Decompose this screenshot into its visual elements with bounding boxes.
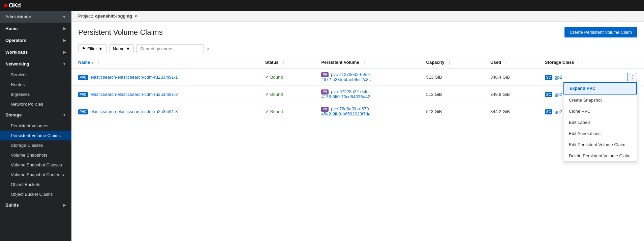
pv-link[interactable]: pvc-c1273ed2-69e2-4672-a235-bfaeb9cc2c8c [321,72,371,82]
name-chevron-icon: ▼ [126,46,130,51]
pv-badge: PV [321,89,328,95]
name-label: Name [113,46,125,51]
sidebar-item-ingresses[interactable]: Ingresses [0,89,71,99]
create-pvc-button[interactable]: Create Persistent Volume Claim [564,27,637,37]
pvc-badge: PVC [78,92,88,97]
context-menu-item-edit-labels[interactable]: Edit Labels [563,117,637,128]
name-dropdown-button[interactable]: Name ▼ [109,44,134,53]
context-menu-item-edit-annotations[interactable]: Edit Annotations [563,128,637,139]
sidebar-item-operators[interactable]: Operators ▶ [0,34,71,46]
sc-badge: SC [545,109,552,114]
sidebar-item-object-buckets[interactable]: Object Buckets [0,180,71,189]
status-check-icon: ✔ [265,92,269,97]
context-menu-item-clone-pvc[interactable]: Clone PVC [563,106,637,117]
sidebar-item-volume-snapshots[interactable]: Volume Snapshots [0,150,71,160]
col-separator-sc: ⋮ [577,60,581,65]
sidebar: Administrator ▼ Home ▶ Operators ▶ Workl… [0,11,71,241]
col-separator-capacity: ⋮ [447,60,452,65]
context-menu-item-delete-pvc[interactable]: Delete Persistent Volume Claim [563,150,637,161]
sidebar-item-volume-snapshot-classes[interactable]: Volume Snapshot Classes [0,160,71,170]
pvc-name-link[interactable]: elasticsearch-elasticsearch-cdm-ru2u3m91… [90,75,178,80]
pvc-table: Name ↑ ⋮ Status ⋮ Persistent Volum [71,56,644,120]
context-menu-item-create-snapshot[interactable]: Create Snapshot [563,95,637,106]
main-content: Project: openshift-logging ▼ Persistent … [71,11,644,241]
pv-badge: PV [321,107,328,112]
cell-name: PVC elasticsearch-elasticsearch-cdm-ru2u… [71,86,258,103]
sc-link[interactable]: gp2 [555,92,562,97]
sc-link[interactable]: gp2 [555,109,562,114]
admin-label: Administrator [5,14,31,19]
cell-name: PVC elasticsearch-elasticsearch-cdm-ru2u… [71,69,258,86]
sidebar-item-networking[interactable]: Networking ▼ [0,58,71,70]
sort-icon-name: ↑ [91,60,93,64]
page-header: Persistent Volume Claims Create Persiste… [71,22,644,42]
admin-selector[interactable]: Administrator ▼ [0,11,71,23]
cell-status: ✔ Bound [258,103,315,120]
col-header-used[interactable]: Used ⋮ [484,56,538,69]
col-pv-label: Persistent Volume [321,60,359,65]
admin-chevron: ▼ [62,15,66,19]
col-status-label: Status [265,60,279,65]
context-menu-item-edit-pvc[interactable]: Edit Persistent Volume Claim [563,139,637,150]
row-actions-button[interactable]: ⋮ [627,73,637,81]
sc-link[interactable]: gp2 [555,75,562,80]
sidebar-group-storage: Storage ▼ Persistent Volumes Persistent … [0,109,71,199]
cell-used: 344.2 GiB [484,103,538,120]
col-header-persistent-volume[interactable]: Persistent Volume ⋮ [314,56,419,69]
sidebar-item-storage[interactable]: Storage ▼ [0,109,71,121]
sidebar-item-object-bucket-claims[interactable]: Object Bucket Claims [0,189,71,199]
sidebar-item-builds[interactable]: Builds ▶ [0,199,71,211]
col-separator-pv: ⋮ [362,60,366,65]
search-input[interactable] [136,44,204,53]
col-name-label: Name [78,60,90,65]
col-capacity-label: Capacity [426,60,444,65]
pvc-name-link[interactable]: elasticsearch-elasticsearch-cdm-ru2u3m91… [90,109,178,114]
sidebar-item-persistent-volume-claims[interactable]: Persistent Volume Claims [0,131,71,140]
pv-link[interactable]: pvc-97228a22-dcfe-4136-8ff0-70cd64335a42 [321,89,370,99]
project-name: openshift-logging [95,14,132,19]
col-separator-name: ⋮ [96,60,100,65]
col-header-name[interactable]: Name ↑ ⋮ [71,56,258,69]
col-header-status[interactable]: Status ⋮ [258,56,315,69]
cell-pv: PV pvc-97228a22-dcfe-4136-8ff0-70cd64335… [314,86,419,103]
sidebar-item-services[interactable]: Services [0,70,71,80]
cell-capacity: 513 GiB [420,103,484,120]
col-header-storage-class[interactable]: Storage Class ⋮ [538,56,620,69]
pvc-name-link[interactable]: elasticsearch-elasticsearch-cdm-ru2u3m91… [90,92,178,97]
cell-used: 349.8 GiB [484,86,538,103]
status-check-icon: ✔ [265,109,269,114]
sidebar-item-routes[interactable]: Routes [0,80,71,89]
filter-icon: ⚑ [82,46,86,51]
cell-pv: PV pvc-76e6af2b-e679-45e2-9fb9-b6592023f… [314,103,419,120]
cell-pv: PV pvc-c1273ed2-69e2-4672-a235-bfaeb9cc2… [314,69,419,86]
col-used-label: Used [490,60,501,65]
sc-badge: SC [545,92,552,97]
toolbar: ⚑ Filter ▼ Name ▼ ⌀ [71,42,644,56]
filter-label: Filter [87,46,97,51]
project-selector[interactable]: Project: openshift-logging ▼ [78,14,138,19]
sidebar-item-persistent-volumes[interactable]: Persistent Volumes [0,121,71,131]
col-header-capacity[interactable]: Capacity ⋮ [420,56,484,69]
filter-button[interactable]: ⚑ Filter ▼ [78,44,106,53]
status-bound: ✔ Bound [265,75,308,80]
builds-chevron: ▶ [63,203,66,207]
pv-link[interactable]: pvc-76e6af2b-e679-45e2-9fb9-b6592023f7de [321,106,370,116]
cell-capacity: 513 GiB [420,69,484,86]
sidebar-item-home[interactable]: Home ▶ [0,23,71,34]
status-check-icon: ✔ [265,75,269,80]
sidebar-group-operators: Operators ▶ [0,34,71,46]
project-dropdown-arrow: ▼ [134,14,138,18]
search-shortcut: ⌀ [207,47,209,51]
sidebar-item-workloads[interactable]: Workloads ▶ [0,46,71,58]
project-label-text: Project: [78,14,93,19]
operators-chevron: ▶ [63,38,66,42]
status-bound: ✔ Bound [265,92,308,97]
sidebar-item-volume-snapshot-contents[interactable]: Volume Snapshot Contents [0,170,71,180]
workloads-chevron: ▶ [63,50,66,54]
col-separator-used: ⋮ [504,60,508,65]
context-menu-item-expand-pvc[interactable]: Expand PVC [563,82,637,95]
page-title: Persistent Volume Claims [78,28,163,37]
sidebar-item-network-policies[interactable]: Network Policies [0,99,71,109]
sidebar-item-storage-classes[interactable]: Storage Classes [0,140,71,150]
home-chevron: ▶ [63,27,66,30]
